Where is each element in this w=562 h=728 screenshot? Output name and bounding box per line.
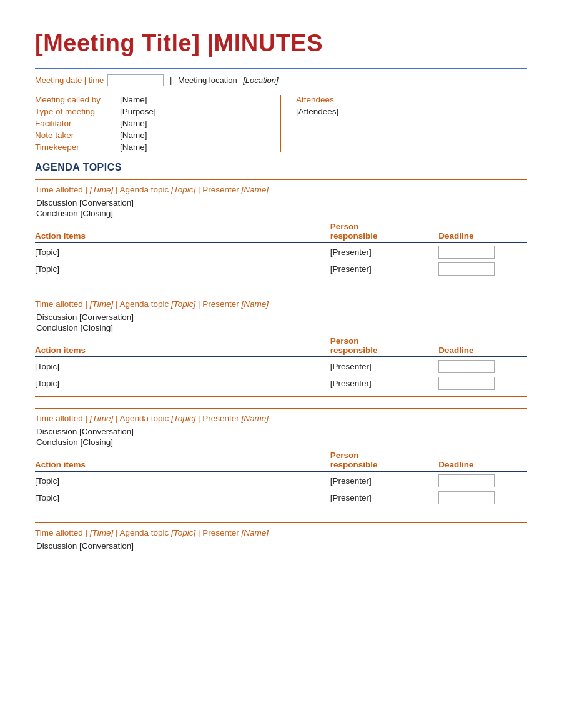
presenter-name: [Name] (242, 185, 269, 194)
info-row-facilitator: Facilitator [Name] (35, 119, 265, 128)
deadline-input-1-0[interactable] (438, 360, 495, 373)
note-taker-value: [Name] (120, 131, 147, 140)
agenda-topic-row-2: Time allotted | [Time] | Agenda topic [T… (35, 414, 527, 423)
person-responsible-label-1: Personresponsible (330, 336, 438, 355)
meeting-info-left: Meeting called by [Name] Type of meeting… (35, 95, 281, 152)
action-presenter-2-0: [Presenter] (330, 476, 438, 486)
called-by-label: Meeting called by (35, 95, 110, 104)
type-value: [Purpose] (120, 107, 156, 116)
time-allotted-prefix: Time allotted | (35, 528, 90, 537)
presenter-prefix: | Presenter (195, 299, 241, 309)
type-label: Type of meeting (35, 107, 110, 116)
topic-value: [Topic] (171, 414, 195, 423)
bottom-divider-2 (35, 511, 527, 511)
time-value: [Time] (90, 299, 113, 309)
info-row-note-taker: Note taker [Name] (35, 131, 265, 140)
attendees-value: [Attendees] (296, 107, 338, 116)
agenda-topic-prefix: | Agenda topic (113, 414, 171, 423)
note-taker-label: Note taker (35, 131, 110, 140)
action-deadline-2-1[interactable] (438, 491, 527, 504)
presenter-name: [Name] (242, 414, 269, 423)
deadline-input-2-0[interactable] (438, 474, 495, 487)
agenda-topic-row-0: Time allotted | [Time] | Agenda topic [T… (35, 185, 527, 194)
presenter-prefix: | Presenter (195, 185, 241, 194)
info-row-attendees-value: [Attendees] (296, 107, 527, 116)
action-deadline-0-0[interactable] (438, 246, 527, 259)
action-items-header-1: Action itemsPersonresponsibleDeadline (35, 336, 527, 357)
time-value: [Time] (90, 528, 113, 537)
action-row-2-1: [Topic][Presenter] (35, 489, 527, 506)
facilitator-label: Facilitator (35, 119, 110, 128)
info-row-type: Type of meeting [Purpose] (35, 107, 265, 116)
action-row-1-1: [Topic][Presenter] (35, 374, 527, 391)
deadline-label-0: Deadline (438, 231, 527, 241)
discussion-0: Discussion [Conversation] (35, 198, 527, 207)
bottom-divider-0 (35, 282, 527, 282)
agenda-divider-1 (35, 294, 527, 294)
discussion-2: Discussion [Conversation] (35, 427, 527, 436)
date-label: Meeting date | time (35, 76, 104, 85)
time-allotted-prefix: Time allotted | (35, 414, 90, 423)
agenda-divider-3 (35, 522, 527, 523)
action-presenter-0-1: [Presenter] (330, 264, 438, 274)
action-topic-1-0: [Topic] (35, 362, 330, 371)
discussion-3: Discussion [Conversation] (35, 541, 527, 551)
called-by-value: [Name] (120, 95, 147, 104)
action-row-1-0: [Topic][Presenter] (35, 357, 527, 374)
timekeeper-label: Timekeeper (35, 142, 110, 152)
deadline-label-1: Deadline (438, 346, 527, 355)
time-value: [Time] (90, 414, 113, 423)
agenda-topic-row-1: Time allotted | [Time] | Agenda topic [T… (35, 299, 527, 309)
deadline-input-0-1[interactable] (438, 262, 495, 276)
agenda-topic-prefix: | Agenda topic (113, 528, 171, 537)
action-topic-2-0: [Topic] (35, 476, 330, 486)
location-label: Meeting location (178, 76, 237, 85)
attendees-label: Attendees (296, 95, 371, 104)
conclusion-2: Conclusion [Closing] (35, 437, 527, 447)
conclusion-0: Conclusion [Closing] (35, 209, 527, 218)
meeting-info-right: Attendees [Attendees] (281, 95, 527, 152)
action-deadline-0-1[interactable] (438, 262, 527, 276)
person-responsible-label-0: Personresponsible (330, 222, 438, 241)
action-topic-0-0: [Topic] (35, 247, 330, 257)
deadline-input-2-1[interactable] (438, 491, 495, 504)
agenda-block-3: Time allotted | [Time] | Agenda topic [T… (35, 522, 527, 551)
presenter-prefix: | Presenter (195, 414, 241, 423)
time-allotted-prefix: Time allotted | (35, 185, 90, 194)
action-presenter-1-0: [Presenter] (330, 362, 438, 371)
agenda-topic-prefix: | Agenda topic (113, 185, 171, 194)
agenda-topic-prefix: | Agenda topic (113, 299, 171, 309)
agenda-block-0: Time allotted | [Time] | Agenda topic [T… (35, 179, 527, 282)
action-deadline-2-0[interactable] (438, 474, 527, 487)
agenda-topic-row-3: Time allotted | [Time] | Agenda topic [T… (35, 528, 527, 537)
action-topic-1-1: [Topic] (35, 379, 330, 388)
action-items-label-1: Action items (35, 346, 330, 355)
separator: | (167, 76, 174, 85)
top-divider (35, 68, 527, 69)
agenda-block-1: Time allotted | [Time] | Agenda topic [T… (35, 294, 527, 397)
action-presenter-0-0: [Presenter] (330, 247, 438, 257)
agenda-divider-0 (35, 179, 527, 180)
deadline-input-1-1[interactable] (438, 377, 495, 390)
info-row-called-by: Meeting called by [Name] (35, 95, 265, 104)
topic-value: [Topic] (171, 185, 195, 194)
conclusion-1: Conclusion [Closing] (35, 323, 527, 332)
action-deadline-1-1[interactable] (438, 377, 527, 390)
action-row-2-0: [Topic][Presenter] (35, 472, 527, 489)
action-deadline-1-0[interactable] (438, 360, 527, 373)
deadline-label-2: Deadline (438, 460, 527, 469)
facilitator-value: [Name] (120, 119, 147, 128)
deadline-input-0-0[interactable] (438, 246, 495, 259)
agenda-block-2: Time allotted | [Time] | Agenda topic [T… (35, 408, 527, 511)
agenda-divider-2 (35, 408, 527, 409)
action-items-label-2: Action items (35, 460, 330, 469)
time-value: [Time] (90, 185, 113, 194)
meeting-header-row: Meeting date | time | Meeting location [… (35, 74, 527, 86)
person-responsible-label-2: Personresponsible (330, 451, 438, 469)
date-input[interactable] (107, 74, 164, 86)
action-presenter-2-1: [Presenter] (330, 493, 438, 502)
presenter-name: [Name] (242, 299, 269, 309)
info-row-attendees: Attendees (296, 95, 527, 104)
action-topic-0-1: [Topic] (35, 264, 330, 274)
presenter-prefix: | Presenter (195, 528, 241, 537)
